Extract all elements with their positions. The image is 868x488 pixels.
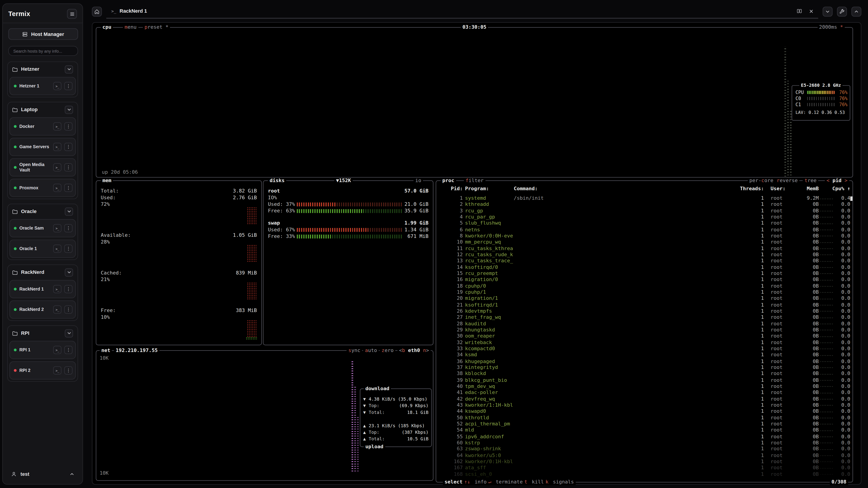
group-collapse-button[interactable] [65,65,73,73]
host-item[interactable]: Game Servers>_⋮ [9,138,76,156]
host-item[interactable]: Oracle 1>_⋮ [9,239,76,258]
process-row[interactable]: 28kauditd1root0B0.0 [436,321,854,327]
host-item[interactable]: Oracle Sam>_⋮ [9,219,76,237]
host-item[interactable]: RackNerd 1>_⋮ [9,280,76,298]
footer-action[interactable]: killk [532,479,549,485]
process-row[interactable]: 55ipv6_addrconf1root0B0.0 [436,433,854,440]
process-row[interactable]: 3rcu_gp1root0B0.0 [436,208,854,214]
process-row[interactable]: 30oom_reaper1root0B0.0 [436,333,854,339]
process-row[interactable]: 39blkcg_punt_bio1root0B0.0 [436,377,854,383]
auto-toggle[interactable]: auto [363,348,379,354]
home-button[interactable] [92,6,102,17]
process-row[interactable]: 54mld1root0B0.0 [436,427,854,433]
update-interval[interactable]: 2000ms * [817,24,845,31]
process-row[interactable]: 6netns1root0B0.0 [436,227,854,233]
footer-action[interactable]: signals [553,479,574,485]
host-terminal-button[interactable]: >_ [53,285,61,293]
host-menu-button[interactable]: ⋮ [64,305,72,314]
host-menu-button[interactable]: ⋮ [64,346,72,354]
host-menu-button[interactable]: ⋮ [64,122,72,131]
host-item[interactable]: Hetzner 1>_⋮ [9,77,76,95]
sidebar-menu-button[interactable] [67,9,77,19]
process-row[interactable]: 2kthreadd1root0B0.0 [436,201,854,208]
process-row[interactable]: 32writeback1root0B0.0 [436,339,854,346]
process-row[interactable]: 11rcu_tasks_kthrea1root0B0.0 [436,246,854,252]
process-row[interactable]: 38kblockd1root0B0.0 [436,371,854,377]
process-row[interactable]: 44kswapd01root0B0.0 [436,409,854,415]
host-menu-button[interactable]: ⋮ [64,285,72,293]
interface-selector[interactable]: <b eth0 n> [397,348,431,354]
tools-button[interactable] [837,6,847,17]
host-search-input[interactable] [8,46,78,56]
panel-collapse-button[interactable] [823,6,833,17]
process-row[interactable]: 27inet_frag_wq1root0B0.0 [436,315,854,321]
host-menu-button[interactable]: ⋮ [64,143,72,151]
host-menu-button[interactable]: ⋮ [64,245,72,253]
process-row[interactable]: 167ata_sff1root0B0.0 [436,465,854,471]
host-menu-button[interactable]: ⋮ [64,184,72,192]
process-row[interactable]: 33kcompactd01root0B0.0 [436,346,854,352]
zero-toggle[interactable]: zero [380,348,395,354]
process-row[interactable]: 168scsi_eh_01root0B0.0 [436,471,854,477]
process-row[interactable]: 5slub_flushwq1root0B0.0 [436,220,854,227]
host-item[interactable]: Open Media Vault>_⋮ [9,158,76,176]
host-menu-button[interactable]: ⋮ [64,224,72,232]
process-row[interactable]: 50kthrotld1root0B0.0 [436,415,854,421]
host-terminal-button[interactable]: >_ [53,82,61,90]
process-row[interactable]: 4rcu_par_gp1root0B0.0 [436,214,854,221]
footer-action[interactable]: terminatet [496,479,527,485]
process-row[interactable]: 52acpi_thermal_pm1root0B0.0 [436,421,854,427]
sync-toggle[interactable]: sync [347,348,362,354]
group-collapse-button[interactable] [65,329,73,337]
process-row[interactable]: 16migration/01root0B0.0 [436,277,854,283]
host-terminal-button[interactable]: >_ [53,143,61,151]
host-terminal-button[interactable]: >_ [53,305,61,314]
host-terminal-button[interactable]: >_ [53,163,61,171]
host-item[interactable]: Docker>_⋮ [9,117,76,135]
host-terminal-button[interactable]: >_ [53,224,61,232]
process-row[interactable]: 14ksoftirqd/01root0B0.0 [436,264,854,271]
host-item[interactable]: RPI 1>_⋮ [9,341,76,359]
process-row[interactable]: 8kworker/0:0H-eve1root0B0.0 [436,233,854,239]
process-row[interactable]: 1systemd/sbin/init1root9.2M0.4 [436,195,854,201]
process-row[interactable]: 40tpm_dev_wq1root0B0.0 [436,383,854,390]
process-row[interactable]: 18cpuhp/01root0B0.0 [436,283,854,289]
host-item[interactable]: RackNerd 2>_⋮ [9,300,76,319]
terminal[interactable]: cpu menu preset * 03:30:05 2000ms * E5-2… [92,22,862,485]
group-collapse-button[interactable] [65,105,73,114]
host-menu-button[interactable]: ⋮ [64,366,72,375]
host-item[interactable]: Proxmox>_⋮ [9,179,76,197]
process-row[interactable]: 41edac-poller1root0B0.0 [436,390,854,396]
host-terminal-button[interactable]: >_ [53,184,61,192]
host-terminal-button[interactable]: >_ [53,346,61,354]
split-view-icon[interactable] [797,8,802,14]
process-row[interactable]: 10mm_percpu_wq1root0B0.0 [436,239,854,246]
process-row[interactable]: 15rcu_preempt1root0B0.0 [436,270,854,277]
process-row[interactable]: 43kworker/1:1H-kbl1root0B0.0 [436,402,854,409]
user-menu[interactable]: test [7,468,78,480]
process-row[interactable]: 34ksmd1root0B0.0 [436,352,854,358]
footer-action[interactable]: select↑↓ [445,479,470,485]
process-row[interactable]: 21ksoftirqd/11root0B0.0 [436,302,854,308]
process-row[interactable]: 42devfreq_wq1root0B0.0 [436,396,854,402]
process-row[interactable]: 60kstrp1root0B0.0 [436,440,854,446]
host-terminal-button[interactable]: >_ [53,366,61,375]
process-row[interactable]: 29khungtaskd1root0B0.0 [436,327,854,333]
host-menu-button[interactable]: ⋮ [64,163,72,171]
process-row[interactable]: 13rcu_tasks_trace_1root0B0.0 [436,258,854,264]
group-collapse-button[interactable] [65,268,73,276]
footer-action[interactable]: info↵ [475,479,491,485]
process-row[interactable]: 26kdevtmpfs1root0B0.0 [436,308,854,315]
host-manager-button[interactable]: Host Manager [8,28,78,40]
process-row[interactable]: 63zswap-shrink1root0B0.0 [436,446,854,452]
host-terminal-button[interactable]: >_ [53,245,61,253]
menu-button[interactable]: menu [123,24,138,31]
preset-button[interactable]: preset * [143,24,170,31]
host-menu-button[interactable]: ⋮ [64,82,72,90]
process-row[interactable]: 37kintegrityd1root0B0.0 [436,365,854,371]
process-row[interactable]: 20migration/11root0B0.0 [436,295,854,302]
process-row[interactable]: 36khugepaged1root0B0.0 [436,358,854,365]
process-row[interactable]: 64kworker/u5:01root0B0.0 [436,452,854,459]
process-row[interactable]: 12rcu_tasks_rude_k1root0B0.0 [436,252,854,258]
host-item[interactable]: RPI 2>_⋮ [9,361,76,380]
